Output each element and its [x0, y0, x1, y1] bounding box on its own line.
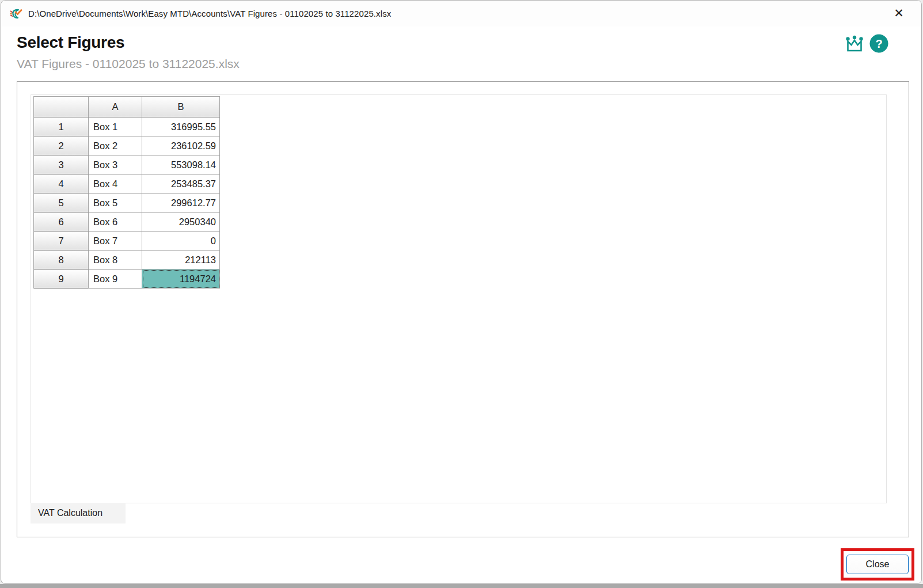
row-header-9[interactable]: 9	[34, 270, 89, 289]
sheet-row-2: 2Box 2236102.59	[34, 136, 220, 155]
column-header-row: A B	[34, 97, 220, 117]
page-title: Select Figures	[17, 33, 124, 52]
cell-b3-value[interactable]: 553098.14	[142, 155, 220, 174]
cell-b4-value[interactable]: 253485.37	[142, 174, 220, 194]
cell-b2-value[interactable]: 236102.59	[142, 136, 220, 155]
row-header-5[interactable]: 5	[34, 194, 89, 213]
cell-b6-value[interactable]: 2950340	[142, 213, 220, 232]
row-header-4[interactable]: 4	[34, 174, 89, 194]
cell-a6-label[interactable]: Box 6	[89, 213, 142, 232]
cell-a9-label[interactable]: Box 9	[89, 270, 142, 289]
cell-a3-label[interactable]: Box 3	[89, 155, 142, 174]
spreadsheet-grid: A B 1Box 1316995.552Box 2236102.593Box 3…	[33, 96, 220, 289]
page-subtitle: VAT Figures - 01102025 to 31122025.xlsx	[17, 57, 240, 71]
help-icon[interactable]: ?	[869, 34, 888, 53]
sheet-tab-label: VAT Calculation	[38, 508, 102, 518]
cell-b5-value[interactable]: 299612.77	[142, 194, 220, 213]
cell-a5-label[interactable]: Box 5	[89, 194, 142, 213]
cell-a2-label[interactable]: Box 2	[89, 136, 142, 155]
window-title: D:\OneDrive\Documents\Work\Easy MTD\Acco…	[28, 9, 391, 18]
row-header-2[interactable]: 2	[34, 136, 89, 155]
svg-text:?: ?	[875, 37, 882, 50]
row-header-6[interactable]: 6	[34, 213, 89, 232]
cell-a1-label[interactable]: Box 1	[89, 117, 142, 136]
cell-b1-value[interactable]: 316995.55	[142, 117, 220, 136]
app-window: D:\OneDrive\Documents\Work\Easy MTD\Acco…	[1, 0, 922, 584]
sheet-row-9: 9Box 91194724	[34, 270, 220, 289]
row-header-7[interactable]: 7	[34, 232, 89, 251]
sheet-row-6: 6Box 62950340	[34, 213, 220, 232]
title-bar: D:\OneDrive\Documents\Work\Easy MTD\Acco…	[1, 1, 921, 26]
sheet-row-5: 5Box 5299612.77	[34, 194, 220, 213]
window-bottom-shadow	[0, 584, 923, 588]
cell-a8-label[interactable]: Box 8	[89, 251, 142, 270]
close-button-highlight-box: Close	[841, 548, 914, 581]
app-logo-icon	[9, 7, 23, 21]
row-header-8[interactable]: 8	[34, 251, 89, 270]
row-header-3[interactable]: 3	[34, 155, 89, 174]
sheet-row-4: 4Box 4253485.37	[34, 174, 220, 194]
spreadsheet-viewport: A B 1Box 1316995.552Box 2236102.593Box 3…	[31, 94, 887, 503]
close-button[interactable]: Close	[846, 555, 909, 574]
cell-b7-value[interactable]: 0	[142, 232, 220, 251]
sheet-row-7: 7Box 70	[34, 232, 220, 251]
sheet-tab-vat-calculation[interactable]: VAT Calculation	[31, 503, 126, 523]
crown-icon[interactable]	[845, 35, 864, 52]
select-all-corner[interactable]	[34, 97, 89, 117]
sheet-row-8: 8Box 8212113	[34, 251, 220, 270]
cell-b9-value-selected[interactable]: 1194724	[142, 270, 220, 289]
sheet-row-3: 3Box 3553098.14	[34, 155, 220, 174]
sheet-row-1: 1Box 1316995.55	[34, 117, 220, 136]
cell-b8-value[interactable]: 212113	[142, 251, 220, 270]
cell-a7-label[interactable]: Box 7	[89, 232, 142, 251]
column-header-a[interactable]: A	[89, 97, 142, 117]
cell-a4-label[interactable]: Box 4	[89, 174, 142, 194]
figures-panel: A B 1Box 1316995.552Box 2236102.593Box 3…	[17, 81, 909, 537]
column-header-b[interactable]: B	[142, 97, 220, 117]
window-close-icon[interactable]: ✕	[887, 2, 911, 25]
row-header-1[interactable]: 1	[34, 117, 89, 136]
